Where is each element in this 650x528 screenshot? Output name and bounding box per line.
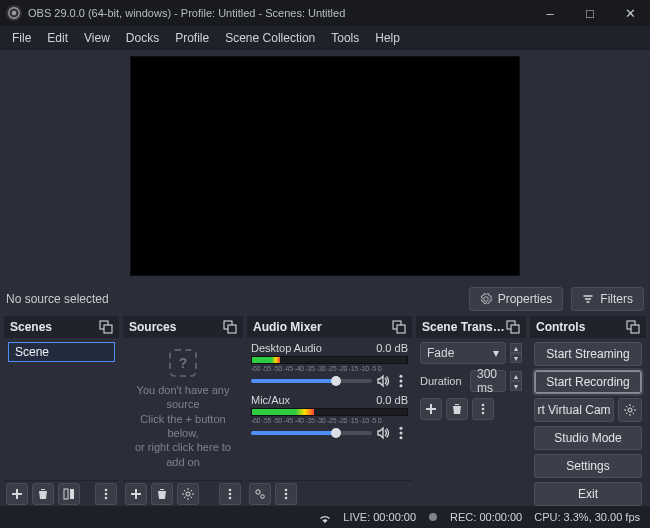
sources-menu-button[interactable]: [219, 483, 241, 505]
studio-mode-button[interactable]: Studio Mode: [534, 426, 642, 450]
chevron-down-icon[interactable]: ▼: [510, 353, 522, 363]
close-button[interactable]: ✕: [610, 0, 650, 26]
kebab-icon: [224, 488, 236, 500]
preview-canvas[interactable]: [130, 56, 520, 276]
mixer-header[interactable]: Audio Mixer: [247, 316, 412, 338]
mixer-channel: Mic/Aux0.0 dB-60 -55 -50 -45 -40 -35 -30…: [251, 394, 408, 440]
add-scene-button[interactable]: [6, 483, 28, 505]
settings-button[interactable]: Settings: [534, 454, 642, 478]
menu-help[interactable]: Help: [367, 28, 408, 48]
columns-icon: [63, 488, 75, 500]
menu-view[interactable]: View: [76, 28, 118, 48]
scene-filters-button[interactable]: [58, 483, 80, 505]
chevron-up-icon[interactable]: ▲: [510, 343, 522, 353]
transitions-header[interactable]: Scene Transiti...: [416, 316, 526, 338]
svg-rect-37: [631, 325, 639, 333]
menu-profile[interactable]: Profile: [167, 28, 217, 48]
popout-icon[interactable]: [223, 320, 237, 334]
popout-icon[interactable]: [392, 320, 406, 334]
scene-item[interactable]: Scene: [8, 342, 115, 362]
svg-point-39: [429, 513, 437, 521]
transition-spin[interactable]: ▲ ▼: [510, 343, 522, 363]
remove-transition-button[interactable]: [446, 398, 468, 420]
kebab-icon[interactable]: [394, 374, 408, 388]
mixer-channel: Desktop Audio0.0 dB-60 -55 -50 -45 -40 -…: [251, 342, 408, 388]
maximize-button[interactable]: □: [570, 0, 610, 26]
add-source-button[interactable]: [125, 483, 147, 505]
add-transition-button[interactable]: [420, 398, 442, 420]
transition-menu-button[interactable]: [472, 398, 494, 420]
controls-header[interactable]: Controls: [530, 316, 646, 338]
help-icon: ?: [169, 349, 197, 377]
svg-rect-19: [397, 325, 405, 333]
trash-icon: [37, 488, 49, 500]
svg-point-22: [399, 384, 402, 387]
svg-rect-7: [64, 489, 68, 499]
scenes-dock: Scenes Scene: [4, 316, 119, 506]
docks-row: Scenes Scene Sources ? You don't have an…: [0, 316, 650, 506]
record-icon: [428, 512, 438, 522]
remove-scene-button[interactable]: [32, 483, 54, 505]
svg-point-26: [256, 489, 260, 493]
volume-slider[interactable]: [251, 431, 372, 435]
preview-area: [0, 50, 650, 282]
scenes-header[interactable]: Scenes: [4, 316, 119, 338]
properties-button[interactable]: Properties: [469, 287, 564, 311]
menu-file[interactable]: File: [4, 28, 39, 48]
gear-icon: [624, 404, 636, 416]
audio-mixer-dock: Audio Mixer Desktop Audio0.0 dB-60 -55 -…: [247, 316, 412, 506]
chevron-down-icon[interactable]: ▼: [510, 381, 522, 391]
speaker-icon[interactable]: [376, 374, 390, 388]
advanced-audio-button[interactable]: [249, 483, 271, 505]
start-virtual-cam-button[interactable]: rt Virtual Cam: [534, 398, 614, 422]
properties-label: Properties: [498, 292, 553, 306]
menu-tools[interactable]: Tools: [323, 28, 367, 48]
scenes-footer: [4, 480, 119, 506]
popout-icon[interactable]: [506, 320, 520, 334]
start-streaming-button[interactable]: Start Streaming: [534, 342, 642, 366]
start-recording-button[interactable]: Start Recording: [534, 370, 642, 394]
channel-name: Mic/Aux: [251, 394, 290, 406]
gear-icon: [480, 293, 492, 305]
kebab-icon: [280, 488, 292, 500]
svg-point-35: [482, 412, 485, 415]
svg-point-27: [261, 494, 265, 498]
svg-rect-8: [70, 489, 74, 499]
virtual-cam-settings-button[interactable]: [618, 398, 642, 422]
mixer-menu-button[interactable]: [275, 483, 297, 505]
scenes-menu-button[interactable]: [95, 483, 117, 505]
sources-empty-state[interactable]: ? You don't have any source Click the + …: [127, 342, 239, 476]
kebab-icon[interactable]: [394, 426, 408, 440]
speaker-icon[interactable]: [376, 426, 390, 440]
duration-spin[interactable]: ▲ ▼: [510, 371, 522, 391]
minimize-button[interactable]: –: [530, 0, 570, 26]
source-properties-button[interactable]: [177, 483, 199, 505]
sources-header[interactable]: Sources: [123, 316, 243, 338]
menu-edit[interactable]: Edit: [39, 28, 76, 48]
svg-point-25: [399, 436, 402, 439]
transitions-dock: Scene Transiti... Fade ▾ ▲ ▼ Duration: [416, 316, 526, 506]
channel-name: Desktop Audio: [251, 342, 322, 354]
volume-slider[interactable]: [251, 379, 372, 383]
chevron-up-icon[interactable]: ▲: [510, 371, 522, 381]
audio-meter: [251, 408, 408, 416]
network-status: [319, 511, 331, 523]
svg-rect-32: [511, 325, 519, 333]
popout-icon[interactable]: [99, 320, 113, 334]
svg-point-29: [285, 492, 288, 495]
cpu-status: CPU: 3.3%, 30.00 fps: [534, 511, 640, 523]
menu-docks[interactable]: Docks: [118, 28, 167, 48]
menu-scene-collection[interactable]: Scene Collection: [217, 28, 323, 48]
gear-icon: [182, 488, 194, 500]
svg-point-9: [105, 488, 108, 491]
duration-input[interactable]: 300 ms: [470, 370, 506, 392]
duration-label: Duration: [420, 375, 466, 387]
channel-level: 0.0 dB: [376, 342, 408, 354]
remove-source-button[interactable]: [151, 483, 173, 505]
transition-select[interactable]: Fade ▾: [420, 342, 506, 364]
svg-point-34: [482, 408, 485, 411]
filters-button[interactable]: Filters: [571, 287, 644, 311]
popout-icon[interactable]: [626, 320, 640, 334]
kebab-icon: [477, 403, 489, 415]
exit-button[interactable]: Exit: [534, 482, 642, 506]
